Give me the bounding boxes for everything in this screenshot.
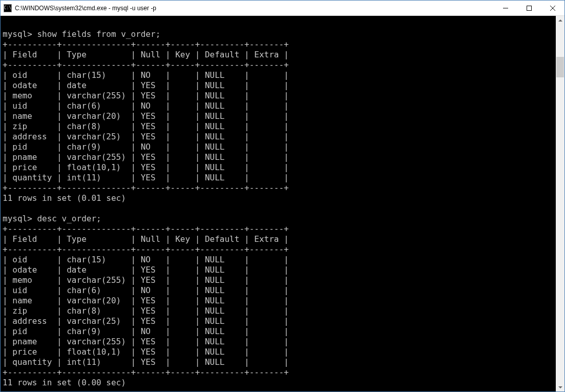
command-show-fields: show fields from v_order; bbox=[37, 29, 160, 39]
table-row: | price | float(10,1) | YES | | NULL | | bbox=[3, 162, 289, 172]
table-row: | memo | varchar(255) | YES | | NULL | | bbox=[3, 275, 289, 285]
table-border: +----------+--------------+------+-----+… bbox=[3, 244, 289, 254]
table-border: +----------+--------------+------+-----+… bbox=[3, 183, 289, 193]
titlebar[interactable]: C:\ C:\WINDOWS\system32\cmd.exe - mysql … bbox=[1, 1, 564, 16]
table-row: | pname | varchar(255) | YES | | NULL | … bbox=[3, 337, 289, 346]
svg-marker-5 bbox=[558, 386, 562, 388]
command-desc: desc v_order; bbox=[37, 214, 101, 223]
table-border: +----------+--------------+------+-----+… bbox=[3, 39, 289, 49]
window-controls bbox=[494, 1, 564, 15]
table-row: | pname | varchar(255) | YES | | NULL | … bbox=[3, 152, 289, 162]
close-button[interactable] bbox=[541, 1, 564, 15]
table-row: | name | varchar(20) | YES | | NULL | | bbox=[3, 111, 289, 121]
table-header: | Field | Type | Null | Key | Default | … bbox=[3, 234, 289, 244]
svg-marker-4 bbox=[558, 19, 562, 22]
prompt: mysql> bbox=[3, 29, 37, 39]
table-border: +----------+--------------+------+-----+… bbox=[3, 224, 289, 234]
table-row: | odate | date | YES | | NULL | | bbox=[3, 80, 289, 90]
table-row: | zip | char(8) | YES | | NULL | | bbox=[3, 121, 289, 131]
prompt: mysql> bbox=[3, 214, 37, 223]
table-row: | quantity | int(11) | YES | | NULL | | bbox=[3, 357, 289, 367]
result-footer: 11 rows in set (0.01 sec) bbox=[3, 193, 126, 203]
table-row: | uid | char(6) | NO | | NULL | | bbox=[3, 101, 289, 111]
table-row: | price | float(10,1) | YES | | NULL | | bbox=[3, 347, 289, 357]
table-row: | pid | char(9) | NO | | NULL | | bbox=[3, 326, 289, 336]
vertical-scrollbar[interactable] bbox=[556, 16, 564, 391]
scroll-down-arrow-icon[interactable] bbox=[556, 383, 564, 391]
table-row: | quantity | int(11) | YES | | NULL | | bbox=[3, 173, 289, 182]
cmd-window: C:\ C:\WINDOWS\system32\cmd.exe - mysql … bbox=[0, 0, 565, 392]
window-title: C:\WINDOWS\system32\cmd.exe - mysql -u u… bbox=[15, 5, 494, 12]
table-row: | uid | char(6) | NO | | NULL | | bbox=[3, 285, 289, 295]
cmd-icon: C:\ bbox=[4, 4, 12, 12]
maximize-button[interactable] bbox=[517, 1, 541, 15]
table-row: | address | varchar(25) | YES | | NULL |… bbox=[3, 316, 289, 326]
terminal-output[interactable]: mysql> show fields from v_order; +------… bbox=[1, 16, 556, 391]
table-row: | address | varchar(25) | YES | | NULL |… bbox=[3, 132, 289, 141]
table-border: +----------+--------------+------+-----+… bbox=[3, 367, 289, 377]
minimize-button[interactable] bbox=[494, 1, 517, 15]
table-row: | pid | char(9) | NO | | NULL | | bbox=[3, 142, 289, 152]
table-row: | zip | char(8) | YES | | NULL | | bbox=[3, 306, 289, 316]
table-row: | oid | char(15) | NO | | NULL | | bbox=[3, 255, 289, 264]
table-border: +----------+--------------+------+-----+… bbox=[3, 60, 289, 70]
scroll-thumb[interactable] bbox=[556, 57, 564, 77]
result-footer: 11 rows in set (0.00 sec) bbox=[3, 378, 126, 387]
table-row: | oid | char(15) | NO | | NULL | | bbox=[3, 70, 289, 80]
scroll-up-arrow-icon[interactable] bbox=[556, 16, 564, 25]
table-row: | odate | date | YES | | NULL | | bbox=[3, 265, 289, 275]
table-row: | memo | varchar(255) | YES | | NULL | | bbox=[3, 91, 289, 100]
table-header: | Field | Type | Null | Key | Default | … bbox=[3, 50, 289, 59]
svg-rect-1 bbox=[527, 6, 532, 10]
terminal-area: mysql> show fields from v_order; +------… bbox=[1, 16, 564, 391]
table-row: | name | varchar(20) | YES | | NULL | | bbox=[3, 296, 289, 305]
